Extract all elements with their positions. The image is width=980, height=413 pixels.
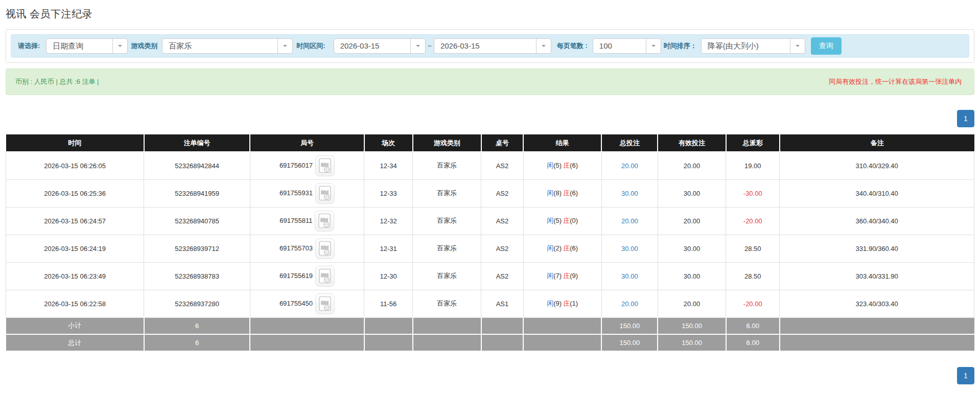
payout-value: -20.00 bbox=[743, 300, 762, 308]
cell-time: 2026-03-15 06:26:05 bbox=[6, 152, 144, 179]
video-record-button[interactable] bbox=[315, 155, 335, 176]
round-no-value: 691755811 bbox=[279, 216, 312, 224]
cell-bet-id: 523268941959 bbox=[144, 179, 250, 207]
cell-remark: 331.90/360.40 bbox=[780, 235, 974, 262]
video-record-button[interactable] bbox=[315, 266, 335, 287]
table-row: 2026-03-15 06:24:19 523268939712 6917557… bbox=[6, 235, 974, 262]
col-header-session: 场次 bbox=[364, 134, 413, 152]
subtotal-count: 6 bbox=[144, 317, 250, 334]
pagination-top: 1 bbox=[6, 110, 974, 127]
cell-table-no: AS2 bbox=[481, 179, 523, 207]
cell-table-no: AS2 bbox=[481, 235, 523, 262]
table-row: 2026-03-15 06:25:36 523268941959 6917559… bbox=[6, 179, 974, 207]
result-banker-label: 庄 bbox=[563, 272, 570, 280]
cell-session: 12-30 bbox=[364, 262, 413, 290]
total-count: 6 bbox=[144, 334, 250, 351]
total-label: 总计 bbox=[6, 334, 144, 351]
cell-game-type: 百家乐 bbox=[413, 179, 481, 207]
query-mode-label: 请选择: bbox=[18, 41, 40, 51]
result-player-score: (8) bbox=[553, 189, 562, 197]
cell-game-type: 百家乐 bbox=[413, 207, 481, 235]
col-header-total-bet: 总投注 bbox=[601, 134, 658, 152]
chevron-down-icon bbox=[416, 45, 420, 47]
cell-bet-id: 523268939712 bbox=[144, 235, 250, 262]
cell-valid-bet: 30.00 bbox=[658, 235, 726, 262]
total-bet-link[interactable]: 30.00 bbox=[621, 245, 638, 253]
video-record-button[interactable] bbox=[315, 183, 335, 204]
page-size-caret bbox=[646, 39, 661, 53]
cell-remark: 340.40/310.40 bbox=[780, 179, 974, 207]
chevron-down-icon bbox=[118, 45, 122, 47]
payout-value: 28.50 bbox=[744, 272, 761, 280]
game-type-select[interactable]: 百家乐 bbox=[162, 38, 293, 54]
table-header-row: 时间 注单编号 局号 场次 游戏类别 桌号 结果 总投注 有效投注 总派彩 备注 bbox=[6, 134, 974, 152]
total-row: 总计 6 150.00 150.00 6.00 bbox=[6, 334, 974, 351]
subtotal-valid-bet: 150.00 bbox=[658, 317, 726, 334]
result-player-label: 闲 bbox=[547, 189, 553, 197]
chevron-down-icon bbox=[651, 45, 656, 47]
total-bet-link[interactable]: 20.00 bbox=[621, 162, 638, 170]
cell-time: 2026-03-15 06:25:36 bbox=[6, 179, 144, 207]
result-banker-label: 庄 bbox=[563, 162, 570, 169]
date-to-caret bbox=[536, 39, 551, 53]
cell-table-no: AS1 bbox=[481, 290, 523, 317]
cell-round-no: 691755703 bbox=[250, 235, 364, 262]
total-bet-link[interactable]: 30.00 bbox=[621, 190, 638, 197]
date-from-value: 2026-03-15 bbox=[334, 39, 410, 53]
search-button[interactable]: 查询 bbox=[811, 37, 842, 55]
col-header-result: 结果 bbox=[523, 134, 601, 152]
cell-bet-id: 523268940785 bbox=[144, 207, 250, 235]
result-banker-score: (6) bbox=[570, 189, 578, 197]
col-header-valid-bet: 有效投注 bbox=[658, 134, 726, 152]
result-banker-score: (9) bbox=[570, 272, 578, 280]
col-header-remark: 备注 bbox=[780, 134, 974, 152]
subtotal-payout: 6.00 bbox=[726, 317, 780, 334]
cell-payout: 28.50 bbox=[726, 262, 780, 290]
cell-payout: 28.50 bbox=[726, 235, 780, 262]
total-bet-link[interactable]: 20.00 bbox=[621, 300, 638, 308]
video-record-button[interactable] bbox=[315, 238, 335, 259]
cell-session: 12-34 bbox=[364, 152, 413, 179]
round-no-value: 691755619 bbox=[279, 271, 313, 279]
cell-result: 闲(8)庄(6) bbox=[523, 179, 601, 207]
summary-right-note: 同局有效投注，统一计算在该局第一张注单内 bbox=[829, 77, 962, 86]
table-row: 2026-03-15 06:24:57 523268940785 6917558… bbox=[6, 207, 974, 235]
result-player-score: (9) bbox=[553, 300, 562, 307]
cell-round-no: 691755619 bbox=[250, 262, 364, 290]
video-file-icon bbox=[318, 213, 331, 228]
video-file-icon bbox=[318, 158, 332, 173]
sort-order-label: 时间排序： bbox=[664, 41, 697, 51]
payout-value: 19.00 bbox=[744, 162, 761, 170]
sort-order-select[interactable]: 降幂(由大到小) bbox=[701, 38, 805, 54]
game-type-caret bbox=[277, 39, 292, 53]
col-header-round-no: 局号 bbox=[250, 134, 364, 152]
cell-session: 12-31 bbox=[364, 235, 413, 262]
cell-round-no: 691755931 bbox=[250, 179, 364, 207]
date-from-select[interactable]: 2026-03-15 bbox=[334, 38, 426, 54]
video-record-button[interactable] bbox=[315, 293, 335, 314]
bet-records-table: 时间 注单编号 局号 场次 游戏类别 桌号 结果 总投注 有效投注 总派彩 备注… bbox=[6, 134, 974, 352]
page-1-button-top[interactable]: 1 bbox=[957, 110, 974, 127]
page-size-select[interactable]: 100 bbox=[593, 38, 661, 54]
page-size-label: 每页笔数 : bbox=[557, 41, 588, 51]
cell-time: 2026-03-15 06:24:19 bbox=[6, 235, 144, 262]
cell-payout: -30.00 bbox=[726, 179, 780, 207]
total-bet-link[interactable]: 20.00 bbox=[621, 217, 638, 225]
result-player-score: (5) bbox=[553, 162, 562, 169]
cell-remark: 303.40/331.90 bbox=[780, 262, 974, 290]
game-type-label: 游戏类别 bbox=[131, 41, 157, 51]
cell-time: 2026-03-15 06:23:49 bbox=[6, 262, 144, 290]
page-1-button-bottom[interactable]: 1 bbox=[957, 367, 974, 384]
filter-panel: 请选择: 日期查询 游戏类别 百家乐 时间区间: 2026-03-15 ~ 2 bbox=[6, 29, 974, 63]
cell-remark: 323.40/303.40 bbox=[780, 290, 974, 317]
cell-remark: 360.40/340.40 bbox=[780, 207, 974, 235]
cell-session: 11-56 bbox=[364, 290, 413, 317]
result-banker-score: (6) bbox=[570, 162, 578, 169]
payout-value: -20.00 bbox=[743, 217, 762, 225]
cell-total-bet: 20.00 bbox=[601, 207, 658, 235]
date-to-select[interactable]: 2026-03-15 bbox=[434, 38, 551, 54]
col-header-time: 时间 bbox=[6, 134, 144, 152]
total-bet-link[interactable]: 30.00 bbox=[621, 272, 638, 280]
query-mode-select[interactable]: 日期查询 bbox=[46, 38, 128, 54]
video-record-button[interactable] bbox=[315, 211, 334, 232]
